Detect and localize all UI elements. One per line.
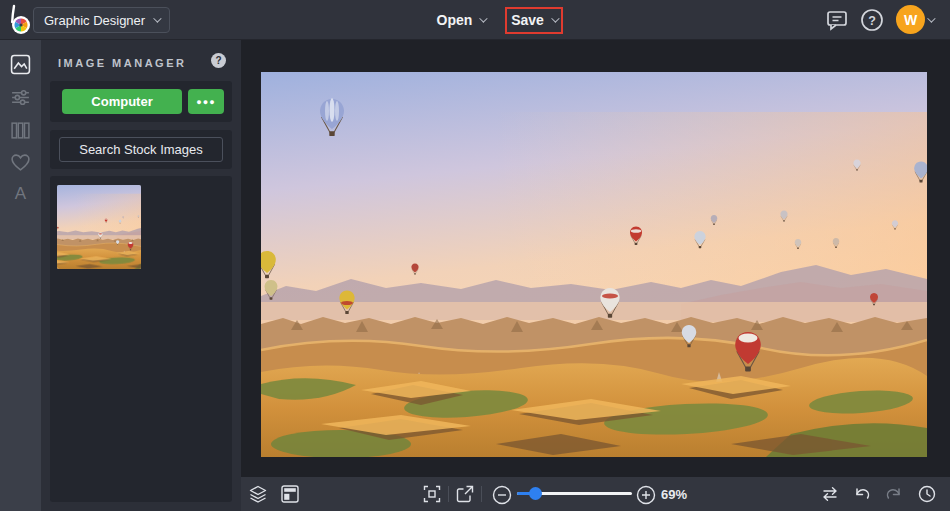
- search-stock-images-button[interactable]: Search Stock Images: [59, 137, 223, 162]
- open-button[interactable]: Open: [432, 7, 490, 33]
- toolbar-divider: [481, 486, 482, 502]
- svg-text:?: ?: [868, 14, 876, 28]
- app-mode-menu[interactable]: Graphic Designer: [33, 7, 170, 33]
- chevron-down-icon: [480, 14, 488, 22]
- sidebar-item-image-manager[interactable]: [10, 54, 31, 75]
- tool-rail: A: [0, 40, 41, 511]
- upload-strip: Computer ●●●: [50, 81, 232, 122]
- avatar[interactable]: W: [896, 5, 925, 34]
- canvas-workspace[interactable]: [241, 40, 950, 477]
- history-icon[interactable]: [918, 485, 936, 503]
- layers-icon[interactable]: [249, 485, 267, 503]
- avatar-initial: W: [904, 12, 917, 28]
- avatar-chevron-down-icon[interactable]: [927, 14, 935, 22]
- bottom-toolbar: 69%: [241, 477, 950, 511]
- image-manager-panel: IMAGE MANAGER ? Computer ●●● Search Stoc…: [41, 40, 241, 511]
- befunky-logo[interactable]: [7, 4, 35, 36]
- sidebar-item-templates[interactable]: [10, 120, 31, 141]
- sidebar-item-text[interactable]: A: [10, 184, 31, 205]
- top-bar: Graphic Designer Open Save ? W: [0, 0, 950, 40]
- more-sources-button[interactable]: ●●●: [188, 89, 224, 114]
- open-in-new-icon[interactable]: [456, 485, 474, 503]
- panel-help-icon[interactable]: ?: [211, 53, 226, 68]
- fit-to-screen-icon[interactable]: [423, 485, 441, 503]
- search-strip: Search Stock Images: [50, 130, 232, 169]
- feedback-chat-icon[interactable]: [825, 8, 849, 32]
- befunky-logo-icon: [7, 4, 35, 36]
- computer-upload-button[interactable]: Computer: [62, 89, 182, 114]
- chevron-down-icon: [153, 14, 161, 22]
- undo-icon[interactable]: [853, 485, 871, 503]
- save-button[interactable]: Save: [507, 7, 561, 33]
- zoom-in-button[interactable]: [636, 485, 654, 503]
- save-label: Save: [511, 12, 544, 28]
- app-mode-label: Graphic Designer: [44, 13, 145, 28]
- zoom-percent-label: 69%: [661, 487, 687, 502]
- thumbnail-list: [50, 176, 232, 502]
- open-label: Open: [437, 12, 473, 28]
- sidebar-item-favorites[interactable]: [10, 152, 31, 173]
- redo-icon[interactable]: [885, 485, 903, 503]
- panel-title: IMAGE MANAGER: [58, 57, 186, 69]
- compare-original-icon[interactable]: [821, 485, 839, 503]
- image-thumbnail[interactable]: [57, 185, 141, 269]
- zoom-slider-handle[interactable]: [529, 487, 542, 500]
- canvas-image[interactable]: [261, 72, 927, 457]
- text-tool-icon: A: [15, 184, 26, 203]
- chevron-down-icon: [551, 14, 559, 22]
- help-icon[interactable]: ?: [860, 8, 884, 32]
- toolbar-divider: [448, 486, 449, 502]
- zoom-out-button[interactable]: [492, 485, 510, 503]
- sidebar-item-edit-adjust[interactable]: [10, 87, 31, 108]
- template-layout-icon[interactable]: [281, 485, 299, 503]
